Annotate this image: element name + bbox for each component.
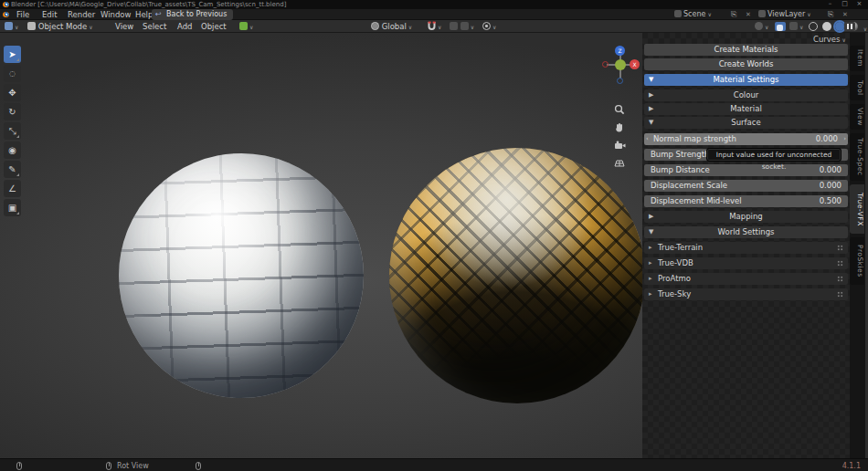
scene-icon (674, 10, 682, 17)
panel-true-vdb[interactable]: ▸ True-VDB (644, 257, 848, 269)
world-settings-header[interactable]: ▼World Settings (644, 226, 848, 238)
section-surface[interactable]: ▼Surface (644, 117, 848, 129)
gizmo-x-axis[interactable]: X (630, 59, 640, 69)
menu-edit[interactable]: Edit (38, 9, 60, 20)
tool-annotate[interactable]: ✎ (4, 161, 21, 178)
mode-dropdown[interactable]: Object Mode∨ (27, 20, 93, 33)
panel-true-terrain[interactable]: ▸ True-Terrain (644, 242, 848, 254)
tool-scale[interactable]: ⤡ (4, 122, 21, 140)
shading-material-icon[interactable] (835, 22, 844, 31)
overlays-toggle[interactable] (775, 22, 786, 31)
scene-selector[interactable]: Scene∨ (674, 10, 712, 19)
menu-render[interactable]: Render (64, 9, 99, 20)
right-mouse-icon (196, 462, 201, 470)
collection-icon (239, 22, 248, 30)
gizmo-z-axis[interactable]: Z (615, 46, 625, 56)
shading-mode-group[interactable]: ∨ (808, 20, 867, 33)
collapsed-icon: ▸ (649, 257, 652, 269)
gizmos-dropdown[interactable]: ∨ (755, 20, 768, 33)
brick-material-sphere[interactable] (119, 153, 364, 398)
tab-tool[interactable]: Tool (850, 75, 864, 100)
section-material[interactable]: ▶Material (644, 103, 848, 115)
object-visibility-dropdown[interactable]: ∨ (239, 20, 253, 33)
close-button[interactable]: × (852, 0, 866, 8)
material-settings-header[interactable]: ▼ Material Settings (644, 74, 848, 86)
displacement-scale-slider[interactable]: Displacement Scale 0.000 (644, 180, 848, 192)
transform-orientation-dropdown[interactable]: Global∨ (371, 20, 412, 33)
gizmo-z-neg[interactable] (617, 78, 623, 84)
tool-measure[interactable]: ∠ (4, 180, 21, 197)
tool-cursor[interactable]: ◌ (4, 65, 21, 82)
tool-select-box[interactable]: ➤ (4, 46, 21, 63)
tool-move[interactable]: ✥ (4, 84, 21, 101)
section-colour[interactable]: ▶Colour (644, 89, 848, 101)
collapsed-icon: ▶ (649, 89, 653, 101)
panel-options-dropdown[interactable]: Curves∨ (813, 35, 846, 44)
tab-item[interactable]: Item (850, 46, 864, 71)
proportional-edit-dropdown[interactable]: ∨ (482, 20, 496, 33)
collapsed-icon: ▸ (649, 273, 652, 285)
normal-map-strength-slider[interactable]: ‹ Normal map strength 0.000 › (644, 133, 848, 145)
tool-add-cube[interactable]: ▣ (4, 199, 21, 216)
grid-perspective-icon[interactable] (614, 159, 629, 173)
scene-unlink-icon[interactable]: ✕ (746, 10, 751, 19)
gizmo-toggle-icon (755, 22, 763, 30)
tab-view[interactable]: View (850, 104, 864, 130)
menu-object[interactable]: Object (201, 20, 227, 33)
navigation-gizmo[interactable]: Z X (601, 46, 640, 84)
scene-new-icon[interactable]: ⎘ (731, 10, 736, 19)
editor-type-dropdown[interactable]: ∨ (5, 20, 18, 33)
create-materials-button[interactable]: Create Materials (644, 44, 848, 56)
gizmo-y-axis[interactable] (615, 59, 626, 70)
create-worlds-button[interactable]: Create Worlds (644, 58, 848, 70)
xray-toggle[interactable]: ∨ (789, 20, 803, 33)
camera-view-icon[interactable] (614, 141, 629, 155)
minimize-button[interactable]: – (823, 0, 837, 8)
expanded-icon: ▼ (649, 117, 653, 129)
section-mapping[interactable]: ▶Mapping (644, 211, 848, 223)
collapsed-icon: ▸ (649, 242, 652, 254)
drag-handle-icon[interactable] (837, 245, 843, 251)
overlays-icon (777, 25, 783, 31)
topbar: File Edit Render Window Help Back to Pre… (0, 9, 868, 20)
slider-left-icon[interactable]: ‹ (646, 133, 649, 145)
panel-proatmo[interactable]: ▸ ProAtmo (644, 273, 848, 285)
menu-select[interactable]: Select (143, 20, 166, 33)
workspace-tab-back-to-previous[interactable]: Back to Previous (152, 9, 233, 20)
globe-icon (371, 22, 379, 30)
tool-transform[interactable]: ◉ (4, 141, 21, 159)
drag-handle-icon[interactable] (837, 276, 843, 282)
tool-rotate[interactable]: ↻ (4, 103, 21, 120)
pan-hand-icon[interactable] (614, 122, 629, 137)
plate-material-sphere[interactable] (389, 148, 645, 403)
viewlayer-new-icon[interactable]: ⎘ (828, 10, 833, 19)
bump-distance-slider[interactable]: Bump Distance 0.000 (644, 164, 848, 176)
gizmo-x-neg[interactable] (602, 61, 609, 68)
drag-handle-icon[interactable] (837, 260, 843, 267)
viewport-3d[interactable]: ➤ ◌ ✥ ↻ ⤡ ◉ ✎ ∠ ▣ Z X (0, 33, 868, 458)
menu-view[interactable]: View (115, 20, 133, 33)
viewlayer-selector[interactable]: ViewLayer∨ (758, 10, 811, 19)
menu-file[interactable]: File (13, 9, 33, 20)
blender-window: Blender [C:\Users\MA\Google_Drive\Collab… (0, 0, 868, 471)
snap-target-group[interactable]: ∨ (450, 20, 474, 33)
pause-button[interactable] (844, 22, 855, 31)
panel-true-sky[interactable]: ▸ True-Sky (644, 288, 848, 300)
tab-proskies[interactable]: ProSkies (850, 237, 864, 285)
zoom-tool-icon[interactable] (614, 104, 629, 119)
middle-mouse-icon (106, 462, 111, 470)
tab-true-spec[interactable]: True-Spec (850, 133, 864, 181)
maximize-button[interactable]: □ (838, 0, 852, 8)
npanel: Curves∨ Create Materials Create Worlds ▼… (642, 33, 850, 458)
menu-add[interactable]: Add (177, 20, 192, 33)
menu-window[interactable]: Window (97, 9, 135, 20)
shading-wireframe-icon[interactable] (809, 22, 818, 31)
slider-right-icon[interactable]: › (843, 133, 846, 145)
drag-handle-icon[interactable] (837, 291, 843, 298)
displacement-midlevel-slider[interactable]: Displacement Mid-level 0.500 (644, 195, 848, 207)
viewlayer-unlink-icon[interactable]: ✕ (842, 10, 848, 19)
blender-menu-icon[interactable] (3, 12, 9, 17)
tab-true-vfx[interactable]: True-VFX (850, 184, 864, 234)
shading-solid-icon[interactable] (822, 22, 831, 31)
snap-dropdown[interactable]: ∨ (428, 20, 441, 33)
